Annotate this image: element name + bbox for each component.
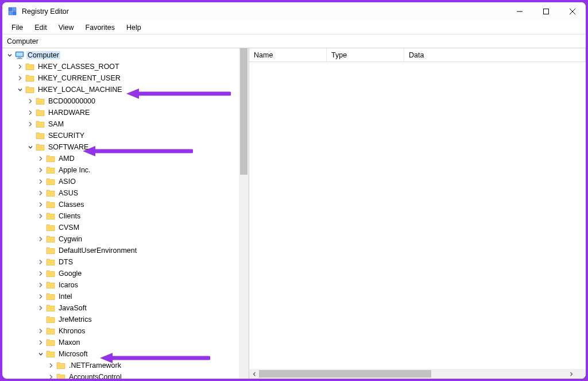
expand-icon[interactable] bbox=[26, 97, 34, 105]
expand-icon[interactable] bbox=[37, 270, 45, 278]
expand-icon[interactable] bbox=[26, 120, 34, 128]
tree-node-label: AMD bbox=[57, 155, 76, 163]
collapse-icon[interactable] bbox=[6, 51, 14, 59]
folder-icon bbox=[46, 303, 55, 313]
tree-node[interactable]: Apple Inc. bbox=[2, 164, 239, 176]
tree-node[interactable]: DTS bbox=[2, 256, 239, 268]
tree-node-label: ASUS bbox=[57, 189, 79, 197]
expand-icon[interactable] bbox=[37, 281, 45, 289]
svg-rect-2 bbox=[9, 11, 12, 15]
collapse-icon[interactable] bbox=[16, 86, 24, 94]
address-bar[interactable]: Computer bbox=[2, 34, 586, 48]
collapse-icon[interactable] bbox=[37, 350, 45, 358]
address-path: Computer bbox=[7, 37, 38, 45]
tree-node-label: AccountsControl bbox=[68, 373, 123, 379]
expand-icon[interactable] bbox=[37, 258, 45, 266]
expand-icon[interactable] bbox=[26, 109, 34, 117]
tree-node[interactable]: Google bbox=[2, 268, 239, 279]
tree-node[interactable]: Khronos bbox=[2, 325, 239, 337]
expand-icon[interactable] bbox=[37, 166, 45, 174]
menu-edit[interactable]: Edit bbox=[30, 22, 52, 33]
tree-node[interactable]: DefaultUserEnvironment bbox=[2, 245, 239, 256]
list-panel: Name Type Data bbox=[249, 48, 586, 379]
tree-node-label: Google bbox=[57, 270, 83, 278]
tree-node[interactable]: SECURITY bbox=[2, 130, 239, 141]
svg-rect-1 bbox=[13, 7, 16, 11]
expand-icon[interactable] bbox=[37, 212, 45, 220]
folder-icon bbox=[36, 108, 45, 117]
tree-node[interactable]: Classes bbox=[2, 199, 239, 210]
expand-icon[interactable] bbox=[37, 338, 45, 347]
tree-node[interactable]: JreMetrics bbox=[2, 314, 239, 325]
column-type[interactable]: Type bbox=[327, 48, 404, 61]
expand-icon[interactable] bbox=[37, 327, 45, 335]
expand-icon[interactable] bbox=[47, 361, 55, 370]
tree-node-label: Intel bbox=[57, 293, 74, 301]
tree-node[interactable]: SAM bbox=[2, 118, 239, 130]
tree-node[interactable]: SOFTWARE bbox=[2, 141, 239, 153]
tree-node[interactable]: Icaros bbox=[2, 279, 239, 291]
folder-icon bbox=[46, 177, 55, 186]
tree-vertical-scrollbar[interactable] bbox=[239, 48, 249, 379]
tree-node[interactable]: Computer bbox=[2, 49, 239, 61]
tree-node-label: JreMetrics bbox=[57, 315, 93, 324]
tree-node-label: Clients bbox=[57, 212, 82, 220]
tree-node[interactable]: ASUS bbox=[2, 187, 239, 199]
svg-rect-9 bbox=[17, 53, 23, 56]
tree-node-label: HKEY_CURRENT_USER bbox=[37, 74, 122, 82]
tree-node[interactable]: JavaSoft bbox=[2, 302, 239, 314]
expand-icon[interactable] bbox=[47, 373, 55, 379]
expand-icon[interactable] bbox=[37, 235, 45, 243]
tree-node[interactable]: CVSM bbox=[2, 222, 239, 233]
tree-node[interactable]: .NETFramework bbox=[2, 360, 239, 371]
scrollbar-thumb[interactable] bbox=[259, 370, 431, 378]
folder-icon bbox=[46, 154, 55, 163]
tree-node[interactable]: Intel bbox=[2, 291, 239, 302]
tree-node[interactable]: Microsoft bbox=[2, 348, 239, 360]
maximize-button[interactable] bbox=[533, 2, 559, 21]
registry-editor-window: Registry Editor File Edit View Favorites… bbox=[2, 2, 586, 379]
tree-node[interactable]: Maxon bbox=[2, 337, 239, 348]
tree-node[interactable]: AccountsControl bbox=[2, 371, 239, 379]
menu-file[interactable]: File bbox=[7, 22, 28, 33]
tree-node[interactable]: ASIO bbox=[2, 176, 239, 187]
folder-icon bbox=[46, 269, 55, 278]
tree-node-label: ASIO bbox=[57, 178, 77, 186]
expand-icon[interactable] bbox=[37, 293, 45, 301]
tree-node[interactable]: HKEY_CURRENT_USER bbox=[2, 72, 239, 84]
expand-icon[interactable] bbox=[37, 189, 45, 197]
scroll-left-arrow[interactable] bbox=[249, 369, 259, 379]
expand-icon[interactable] bbox=[37, 304, 45, 312]
close-button[interactable] bbox=[559, 2, 586, 21]
tree-node[interactable]: Cygwin bbox=[2, 233, 239, 245]
tree-node[interactable]: HKEY_CLASSES_ROOT bbox=[2, 61, 239, 72]
tree-node-label: Apple Inc. bbox=[57, 166, 92, 174]
registry-editor-icon bbox=[8, 7, 17, 16]
tree-node[interactable]: HARDWARE bbox=[2, 107, 239, 118]
tree-node[interactable]: BCD00000000 bbox=[2, 95, 239, 107]
collapse-icon[interactable] bbox=[26, 143, 34, 151]
folder-icon bbox=[56, 372, 65, 379]
tree-node[interactable]: HKEY_LOCAL_MACHINE bbox=[2, 84, 239, 95]
tree-view[interactable]: ComputerHKEY_CLASSES_ROOTHKEY_CURRENT_US… bbox=[2, 48, 239, 379]
folder-icon bbox=[46, 280, 55, 290]
column-data[interactable]: Data bbox=[404, 48, 586, 61]
menu-favorites[interactable]: Favorites bbox=[81, 22, 119, 33]
menu-view[interactable]: View bbox=[54, 22, 79, 33]
expand-icon[interactable] bbox=[37, 155, 45, 163]
svg-rect-5 bbox=[544, 9, 549, 14]
expand-icon[interactable] bbox=[16, 74, 24, 82]
scrollbar-thumb[interactable] bbox=[240, 48, 247, 175]
expand-icon[interactable] bbox=[37, 178, 45, 186]
expand-icon[interactable] bbox=[16, 63, 24, 71]
list-body[interactable] bbox=[249, 62, 586, 379]
list-horizontal-scrollbar[interactable] bbox=[249, 369, 576, 379]
expand-icon[interactable] bbox=[37, 201, 45, 209]
scroll-right-arrow[interactable] bbox=[566, 369, 576, 379]
tree-node[interactable]: Clients bbox=[2, 210, 239, 222]
menu-help[interactable]: Help bbox=[122, 22, 146, 33]
tree-node[interactable]: AMD bbox=[2, 153, 239, 164]
minimize-button[interactable] bbox=[506, 2, 533, 21]
column-name[interactable]: Name bbox=[249, 48, 327, 61]
tree-node-label: .NETFramework bbox=[68, 361, 122, 370]
